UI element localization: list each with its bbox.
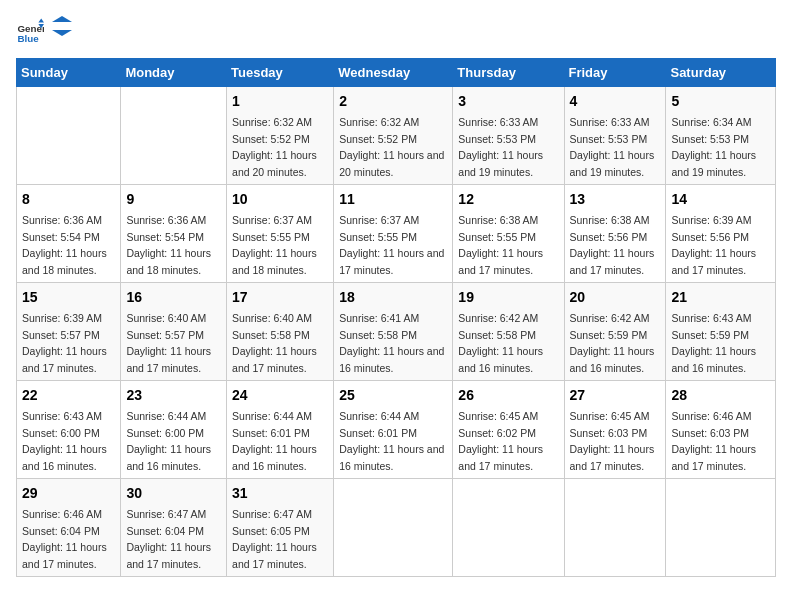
weekday-header-tuesday: Tuesday [227,59,334,87]
day-number: 10 [232,189,328,210]
weekday-header-thursday: Thursday [453,59,564,87]
day-number: 8 [22,189,115,210]
day-number: 23 [126,385,221,406]
calendar-cell: 8Sunrise: 6:36 AMSunset: 5:54 PMDaylight… [17,185,121,283]
calendar-cell: 20Sunrise: 6:42 AMSunset: 5:59 PMDayligh… [564,283,666,381]
weekday-header-monday: Monday [121,59,227,87]
calendar-cell: 22Sunrise: 6:43 AMSunset: 6:00 PMDayligh… [17,381,121,479]
day-number: 3 [458,91,558,112]
day-number: 19 [458,287,558,308]
day-number: 15 [22,287,115,308]
day-info: Sunrise: 6:36 AMSunset: 5:54 PMDaylight:… [126,214,211,276]
day-info: Sunrise: 6:39 AMSunset: 5:57 PMDaylight:… [22,312,107,374]
day-number: 11 [339,189,447,210]
svg-text:Blue: Blue [17,33,39,44]
calendar-cell: 27Sunrise: 6:45 AMSunset: 6:03 PMDayligh… [564,381,666,479]
calendar-cell: 16Sunrise: 6:40 AMSunset: 5:57 PMDayligh… [121,283,227,381]
calendar-cell: 28Sunrise: 6:46 AMSunset: 6:03 PMDayligh… [666,381,776,479]
day-number: 21 [671,287,770,308]
day-info: Sunrise: 6:34 AMSunset: 5:53 PMDaylight:… [671,116,756,178]
logo-icon: General Blue [16,17,44,45]
day-number: 27 [570,385,661,406]
calendar-cell [334,479,453,577]
calendar-cell: 13Sunrise: 6:38 AMSunset: 5:56 PMDayligh… [564,185,666,283]
day-info: Sunrise: 6:44 AMSunset: 6:01 PMDaylight:… [339,410,444,472]
logo: General Blue [16,16,72,46]
calendar-cell: 19Sunrise: 6:42 AMSunset: 5:58 PMDayligh… [453,283,564,381]
calendar-cell: 2Sunrise: 6:32 AMSunset: 5:52 PMDaylight… [334,87,453,185]
day-info: Sunrise: 6:43 AMSunset: 5:59 PMDaylight:… [671,312,756,374]
day-number: 28 [671,385,770,406]
calendar-cell [666,479,776,577]
day-number: 16 [126,287,221,308]
day-info: Sunrise: 6:38 AMSunset: 5:55 PMDaylight:… [458,214,543,276]
day-info: Sunrise: 6:40 AMSunset: 5:57 PMDaylight:… [126,312,211,374]
calendar-cell: 4Sunrise: 6:33 AMSunset: 5:53 PMDaylight… [564,87,666,185]
day-info: Sunrise: 6:43 AMSunset: 6:00 PMDaylight:… [22,410,107,472]
day-info: Sunrise: 6:36 AMSunset: 5:54 PMDaylight:… [22,214,107,276]
day-info: Sunrise: 6:45 AMSunset: 6:02 PMDaylight:… [458,410,543,472]
calendar-cell [564,479,666,577]
day-number: 12 [458,189,558,210]
day-info: Sunrise: 6:39 AMSunset: 5:56 PMDaylight:… [671,214,756,276]
calendar-cell: 5Sunrise: 6:34 AMSunset: 5:53 PMDaylight… [666,87,776,185]
day-info: Sunrise: 6:38 AMSunset: 5:56 PMDaylight:… [570,214,655,276]
calendar-cell: 11Sunrise: 6:37 AMSunset: 5:55 PMDayligh… [334,185,453,283]
day-number: 18 [339,287,447,308]
calendar-cell: 30Sunrise: 6:47 AMSunset: 6:04 PMDayligh… [121,479,227,577]
day-number: 2 [339,91,447,112]
calendar-cell: 18Sunrise: 6:41 AMSunset: 5:58 PMDayligh… [334,283,453,381]
day-info: Sunrise: 6:42 AMSunset: 5:59 PMDaylight:… [570,312,655,374]
day-number: 22 [22,385,115,406]
day-number: 25 [339,385,447,406]
calendar-cell: 9Sunrise: 6:36 AMSunset: 5:54 PMDaylight… [121,185,227,283]
svg-marker-5 [52,30,72,36]
calendar-cell [121,87,227,185]
calendar-cell [17,87,121,185]
day-number: 20 [570,287,661,308]
day-info: Sunrise: 6:42 AMSunset: 5:58 PMDaylight:… [458,312,543,374]
day-number: 1 [232,91,328,112]
day-number: 24 [232,385,328,406]
calendar-cell: 17Sunrise: 6:40 AMSunset: 5:58 PMDayligh… [227,283,334,381]
day-number: 30 [126,483,221,504]
weekday-header-sunday: Sunday [17,59,121,87]
day-info: Sunrise: 6:41 AMSunset: 5:58 PMDaylight:… [339,312,444,374]
calendar-cell: 3Sunrise: 6:33 AMSunset: 5:53 PMDaylight… [453,87,564,185]
day-number: 17 [232,287,328,308]
day-number: 31 [232,483,328,504]
logo-triangle-icon [52,16,72,46]
day-info: Sunrise: 6:33 AMSunset: 5:53 PMDaylight:… [570,116,655,178]
day-info: Sunrise: 6:44 AMSunset: 6:01 PMDaylight:… [232,410,317,472]
weekday-header-wednesday: Wednesday [334,59,453,87]
day-info: Sunrise: 6:47 AMSunset: 6:05 PMDaylight:… [232,508,317,570]
day-info: Sunrise: 6:46 AMSunset: 6:03 PMDaylight:… [671,410,756,472]
day-number: 14 [671,189,770,210]
day-info: Sunrise: 6:44 AMSunset: 6:00 PMDaylight:… [126,410,211,472]
svg-marker-2 [38,18,44,22]
day-number: 29 [22,483,115,504]
day-info: Sunrise: 6:40 AMSunset: 5:58 PMDaylight:… [232,312,317,374]
weekday-header-saturday: Saturday [666,59,776,87]
calendar-cell: 29Sunrise: 6:46 AMSunset: 6:04 PMDayligh… [17,479,121,577]
day-number: 9 [126,189,221,210]
day-number: 26 [458,385,558,406]
day-number: 5 [671,91,770,112]
day-info: Sunrise: 6:37 AMSunset: 5:55 PMDaylight:… [232,214,317,276]
weekday-header-friday: Friday [564,59,666,87]
svg-marker-4 [52,16,72,22]
calendar-cell [453,479,564,577]
day-number: 13 [570,189,661,210]
calendar-cell: 15Sunrise: 6:39 AMSunset: 5:57 PMDayligh… [17,283,121,381]
day-info: Sunrise: 6:32 AMSunset: 5:52 PMDaylight:… [339,116,444,178]
calendar-cell: 10Sunrise: 6:37 AMSunset: 5:55 PMDayligh… [227,185,334,283]
page-header: General Blue [16,16,776,46]
day-info: Sunrise: 6:45 AMSunset: 6:03 PMDaylight:… [570,410,655,472]
calendar-cell: 21Sunrise: 6:43 AMSunset: 5:59 PMDayligh… [666,283,776,381]
calendar-cell: 23Sunrise: 6:44 AMSunset: 6:00 PMDayligh… [121,381,227,479]
calendar-cell: 26Sunrise: 6:45 AMSunset: 6:02 PMDayligh… [453,381,564,479]
calendar-table: SundayMondayTuesdayWednesdayThursdayFrid… [16,58,776,577]
day-number: 4 [570,91,661,112]
calendar-cell: 1Sunrise: 6:32 AMSunset: 5:52 PMDaylight… [227,87,334,185]
calendar-cell: 24Sunrise: 6:44 AMSunset: 6:01 PMDayligh… [227,381,334,479]
